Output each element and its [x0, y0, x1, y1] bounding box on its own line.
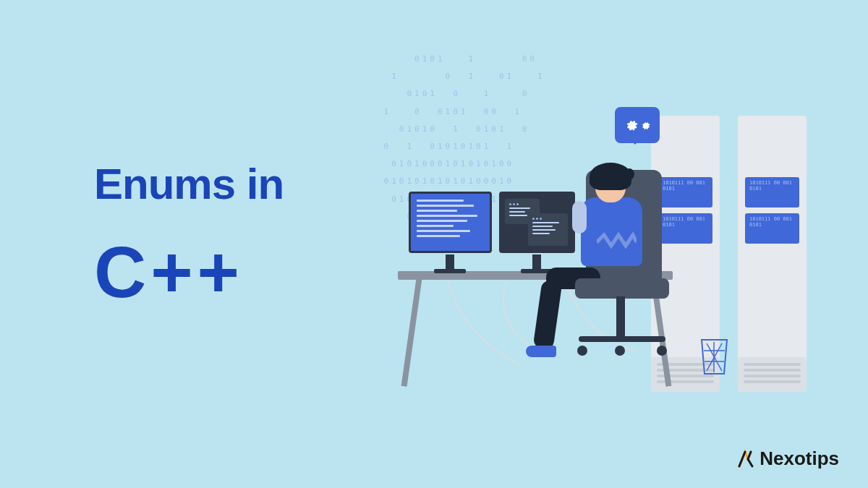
person-hair	[590, 163, 631, 190]
monitor-left	[409, 192, 492, 253]
server-panel: 1010111 00 001 0101	[745, 177, 799, 207]
logo-text: Nexotips	[760, 448, 839, 470]
chair-wheel	[657, 346, 667, 356]
server-rack-right: 1010111 00 001 0101 1010111 00 001 0101	[738, 116, 807, 390]
chair-wheel	[615, 346, 625, 356]
chair-base	[579, 336, 665, 342]
monitor-stand	[532, 254, 541, 270]
monitor-base	[434, 269, 466, 273]
code-window-icon	[528, 213, 568, 246]
gear-icon	[641, 121, 650, 130]
title-block: Enums in C++	[94, 159, 284, 314]
code-lines-icon	[417, 200, 484, 240]
sweater-pattern-icon	[597, 231, 637, 253]
logo-mark-icon	[735, 449, 755, 469]
trash-bin-icon	[698, 336, 731, 376]
title-line-1: Enums in	[94, 159, 284, 209]
gear-icon	[625, 119, 638, 132]
server-panel: 1010111 00 001 0101	[745, 213, 799, 244]
brand-logo: Nexotips	[735, 448, 839, 470]
server-led-text: 1010111 00 001 0101	[749, 180, 799, 192]
chair-seat	[575, 278, 669, 299]
server-led-text: 1010111 00 001 0101	[663, 216, 712, 228]
server-base-right	[738, 357, 807, 392]
server-led-text: 1010111 00 001 0101	[749, 216, 799, 228]
title-line-2: C++	[94, 231, 284, 314]
server-led-text: 1010111 00 001 0101	[663, 180, 712, 192]
monitor-stand	[446, 254, 454, 270]
chair-wheel	[577, 346, 587, 356]
speech-bubble	[615, 107, 660, 143]
chair-pole	[616, 296, 625, 340]
hero-illustration: 0101 1 00 1 0 1 01 1 0101 0 1 0 1 0 0101…	[376, 51, 839, 427]
